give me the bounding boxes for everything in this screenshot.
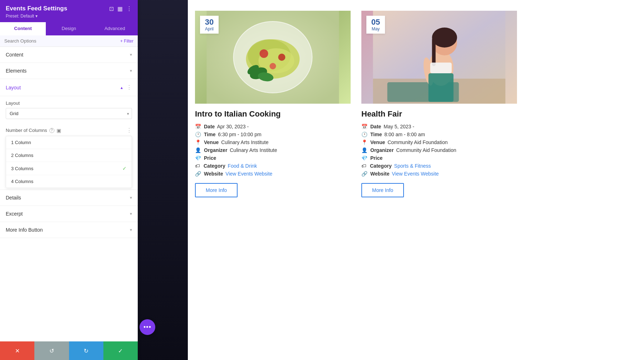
chevron-down-icon: ▾: [130, 211, 132, 216]
more-icon[interactable]: ⋮: [126, 5, 132, 12]
detail-website-2: 🔗 Website View Events Website: [361, 171, 517, 177]
section-elements[interactable]: Elements ▾: [0, 63, 138, 79]
redo-button[interactable]: ↻: [69, 341, 103, 360]
help-icon[interactable]: ?: [49, 128, 54, 133]
location-icon: 📍: [195, 139, 201, 145]
sidebar-tabs: Content Design Advanced: [0, 22, 138, 35]
cancel-button[interactable]: ✕: [0, 341, 34, 360]
event-details-2: 📅 Date May 5, 2023 - 🕐 Time 8:00 am - 8:…: [361, 124, 517, 177]
fab-icon: •••: [143, 324, 151, 331]
event-title-2: Health Fair: [361, 109, 517, 119]
bottom-bar: ✕ ↺ ↻ ✓: [0, 341, 138, 360]
columns-more-icon[interactable]: ⋮: [126, 127, 132, 134]
clock-icon: 🕐: [195, 132, 201, 137]
detail-venue-2: 📍 Venue Community Aid Foundation: [361, 139, 517, 145]
column-option-3[interactable]: 3 Columns ✓: [6, 162, 132, 175]
calendar-icon: 📅: [361, 124, 367, 129]
date-day-2: 05: [370, 18, 381, 26]
section-details[interactable]: Details ▾: [0, 190, 138, 206]
layout-select-wrapper: Grid List ▾: [6, 108, 132, 119]
chevron-down-icon: ▾: [130, 195, 132, 200]
website-link-2[interactable]: View Events Website: [392, 171, 439, 177]
category-icon: 🏷: [361, 163, 367, 169]
section-dots-icon[interactable]: ⋮: [126, 84, 132, 91]
detail-venue-1: 📍 Venue Culinary Arts Institute: [195, 139, 351, 145]
layout-content: Layout Grid List ▾: [0, 96, 138, 123]
section-elements-label: Elements: [6, 68, 26, 74]
svg-point-6: [278, 54, 286, 61]
column-option-2-label: 2 Columns: [11, 153, 33, 158]
column-option-3-label: 3 Columns: [11, 166, 33, 171]
column-option-1[interactable]: 1 Column: [6, 136, 132, 149]
svg-point-16: [432, 28, 457, 48]
event-details-1: 📅 Date Apr 30, 2023 - 🕐 Time 6:30 pm - 1…: [195, 124, 351, 177]
event-image-wrap-1: 30 April: [195, 11, 351, 104]
detail-website-1: 🔗 Website View Events Website: [195, 171, 351, 177]
save-button[interactable]: ✓: [103, 341, 138, 360]
detail-price-1: 💎 Price: [195, 155, 351, 161]
section-content-label: Content: [6, 52, 23, 58]
filter-button[interactable]: + Filter: [120, 39, 133, 44]
more-info-button-1[interactable]: More Info: [195, 183, 238, 197]
section-more-info-button[interactable]: More Info Button ▾: [0, 222, 138, 238]
columns-label: Number of Columns: [6, 128, 47, 133]
category-link-1[interactable]: Food & Drink: [228, 163, 257, 169]
undo-button[interactable]: ↺: [34, 341, 69, 360]
tab-content[interactable]: Content: [0, 22, 46, 35]
detail-category-1: 🏷 Category Food & Drink: [195, 163, 351, 169]
columns-device-icon[interactable]: ▣: [57, 128, 61, 133]
tab-advanced[interactable]: Advanced: [92, 22, 138, 35]
date-badge-1: 30 April: [200, 16, 219, 34]
detail-date-2: 📅 Date May 5, 2023 -: [361, 124, 517, 129]
date-month-1: April: [204, 26, 215, 31]
price-icon: 💎: [195, 155, 201, 161]
detail-organizer-1: 👤 Organizer Culinary Arts Institute: [195, 147, 351, 153]
section-details-label: Details: [6, 195, 21, 201]
fab-button[interactable]: •••: [140, 319, 155, 335]
svg-rect-17: [432, 38, 436, 66]
event-body-1: Intro to Italian Cooking 📅 Date Apr 30, …: [195, 104, 351, 203]
sidebar-header: Events Feed Settings ⊡ ▦ ⋮ Preset: Defau…: [0, 0, 138, 22]
section-more-info-label: More Info Button: [6, 227, 43, 233]
check-icon: ✓: [122, 166, 127, 171]
dark-strip: [138, 0, 188, 360]
event-title-1: Intro to Italian Cooking: [195, 109, 351, 119]
column-option-4[interactable]: 4 Columns: [6, 175, 132, 188]
category-icon: 🏷: [195, 163, 201, 169]
date-badge-2: 05 May: [366, 16, 385, 34]
search-input[interactable]: [4, 38, 120, 44]
chevron-up-icon: ▴: [121, 85, 123, 90]
event-body-2: Health Fair 📅 Date May 5, 2023 - 🕐 Time …: [361, 104, 517, 203]
column-option-2[interactable]: 2 Columns: [6, 149, 132, 162]
category-link-2[interactable]: Sports & Fitness: [394, 163, 431, 169]
person-icon: 👤: [361, 147, 367, 153]
columns-dropdown: 1 Column 2 Columns 3 Columns ✓ 4 Columns: [6, 136, 132, 188]
sidebar: Events Feed Settings ⊡ ▦ ⋮ Preset: Defau…: [0, 0, 138, 360]
column-option-1-label: 1 Column: [11, 140, 31, 145]
section-layout-header[interactable]: Layout ▴ ⋮: [0, 79, 138, 96]
section-excerpt-label: Excerpt: [6, 211, 23, 217]
price-icon: 💎: [361, 155, 367, 161]
layout-field-label: Layout: [6, 100, 132, 106]
detail-price-2: 💎 Price: [361, 155, 517, 161]
more-info-button-2[interactable]: More Info: [361, 183, 404, 197]
layout-select[interactable]: Grid List: [6, 108, 132, 119]
tab-design[interactable]: Design: [46, 22, 92, 35]
section-content[interactable]: Content ▾: [0, 47, 138, 63]
search-bar: + Filter: [0, 35, 138, 47]
event-card-2: 05 May Health Fair 📅 Date May 5, 2023 - …: [361, 11, 517, 203]
link-icon: 🔗: [195, 171, 201, 177]
svg-point-7: [270, 63, 276, 69]
preset-label[interactable]: Preset: Default ▾: [6, 14, 132, 19]
maximize-icon[interactable]: ⊡: [109, 5, 114, 12]
chevron-down-icon: ▾: [130, 227, 132, 232]
website-link-1[interactable]: View Events Website: [225, 171, 272, 177]
chevron-down-icon: ▾: [130, 52, 132, 57]
clock-icon: 🕐: [361, 132, 367, 137]
svg-point-5: [260, 49, 268, 58]
detail-time-2: 🕐 Time 8:00 am - 8:00 am: [361, 132, 517, 137]
event-card-1: 30 April Intro to Italian Cooking 📅 Date…: [195, 11, 351, 203]
section-excerpt[interactable]: Excerpt ▾: [0, 206, 138, 222]
detail-date-1: 📅 Date Apr 30, 2023 -: [195, 124, 351, 129]
layout-icon[interactable]: ▦: [117, 5, 123, 12]
